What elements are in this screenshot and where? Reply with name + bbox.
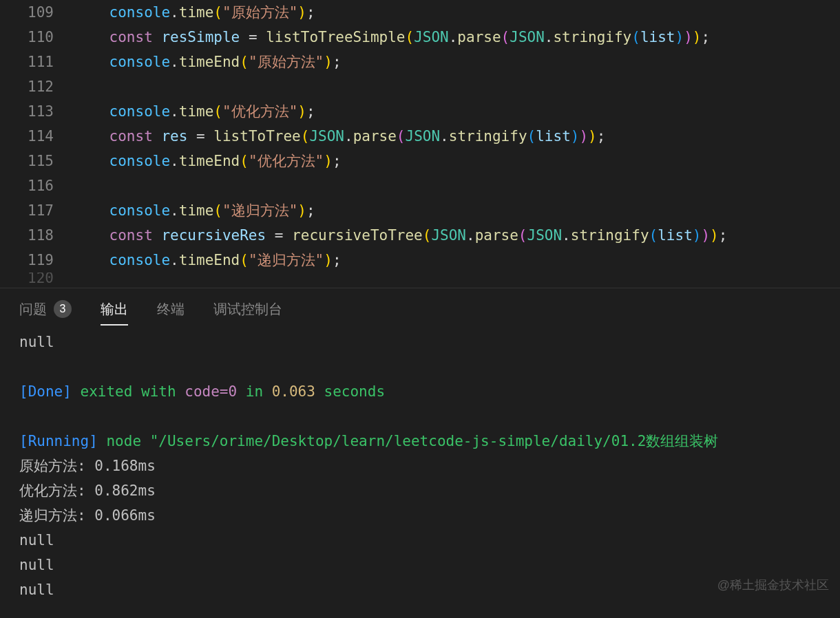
- bottom-panel: 问题3输出终端调试控制台 null [Done] exited with cod…: [0, 288, 840, 618]
- code-line[interactable]: 113 console.time("优化方法");: [0, 99, 840, 124]
- code-line[interactable]: 109 console.time("原始方法");: [0, 0, 840, 25]
- line-content[interactable]: const recursiveRes = recursiveToTree(JSO…: [74, 227, 840, 244]
- line-number: 111: [0, 54, 74, 70]
- line-content[interactable]: console.timeEnd("原始方法");: [74, 52, 840, 72]
- code-line[interactable]: 116: [0, 173, 840, 198]
- code-editor[interactable]: 109 console.time("原始方法");110 const resSi…: [0, 0, 840, 288]
- code-line[interactable]: 117 console.time("递归方法");: [0, 198, 840, 223]
- terminal-line: null: [19, 528, 821, 553]
- terminal-line: [19, 404, 821, 429]
- terminal-line: null: [19, 577, 821, 602]
- line-number: 119: [0, 252, 74, 268]
- line-content[interactable]: console.time("递归方法");: [74, 201, 840, 220]
- line-content[interactable]: console.time("原始方法");: [74, 3, 840, 22]
- terminal-line: [Done] exited with code=0 in 0.063 secon…: [19, 379, 821, 404]
- line-number: 114: [0, 128, 74, 145]
- tab-terminal[interactable]: 终端: [157, 288, 185, 330]
- line-content[interactable]: console.timeEnd("优化方法");: [74, 151, 840, 171]
- line-content[interactable]: console.time("优化方法");: [74, 102, 840, 121]
- line-content[interactable]: const res = listToTree(JSON.parse(JSON.s…: [74, 128, 840, 145]
- line-number: 117: [0, 202, 74, 219]
- line-number: 113: [0, 103, 74, 120]
- code-line[interactable]: 114 const res = listToTree(JSON.parse(JS…: [0, 124, 840, 149]
- tab-output[interactable]: 输出: [101, 288, 128, 330]
- terminal-line: 优化方法: 0.862ms: [19, 478, 821, 503]
- terminal-line: 原始方法: 0.168ms: [19, 454, 821, 478]
- code-line[interactable]: 110 const resSimple = listToTreeSimple(J…: [0, 25, 840, 50]
- problems-count-badge: 3: [54, 300, 72, 318]
- watermark-text: @稀土掘金技术社区: [717, 577, 829, 593]
- code-line[interactable]: 111 console.timeEnd("原始方法");: [0, 50, 840, 74]
- tab-label: 调试控制台: [213, 288, 282, 330]
- line-number: 112: [0, 78, 74, 95]
- line-number: 115: [0, 153, 74, 169]
- tab-debug[interactable]: 调试控制台: [213, 288, 282, 330]
- terminal-line: null: [19, 553, 821, 577]
- tab-label: 终端: [157, 288, 185, 330]
- terminal-line: [Running] node "/Users/orime/Desktop/lea…: [19, 429, 821, 454]
- line-content[interactable]: console.timeEnd("递归方法");: [74, 251, 840, 270]
- terminal-line: [19, 354, 821, 379]
- code-line[interactable]: 112: [0, 74, 840, 99]
- line-number: 109: [0, 4, 74, 21]
- line-number: 116: [0, 178, 74, 194]
- code-line[interactable]: 118 const recursiveRes = recursiveToTree…: [0, 223, 840, 248]
- code-line[interactable]: 115 console.timeEnd("优化方法");: [0, 149, 840, 173]
- tab-problems[interactable]: 问题3: [19, 288, 72, 330]
- tab-label: 输出: [101, 288, 128, 330]
- line-content[interactable]: const resSimple = listToTreeSimple(JSON.…: [74, 29, 840, 45]
- terminal-line: 递归方法: 0.066ms: [19, 503, 821, 528]
- terminal-line: null: [19, 330, 821, 354]
- line-number: 110: [0, 29, 74, 45]
- line-number: 118: [0, 227, 74, 244]
- panel-tab-bar: 问题3输出终端调试控制台: [0, 288, 840, 330]
- tab-label: 问题: [19, 288, 47, 330]
- code-line[interactable]: 119 console.timeEnd("递归方法");: [0, 248, 840, 273]
- output-panel[interactable]: null [Done] exited with code=0 in 0.063 …: [0, 330, 840, 618]
- line-number: 120: [0, 273, 74, 284]
